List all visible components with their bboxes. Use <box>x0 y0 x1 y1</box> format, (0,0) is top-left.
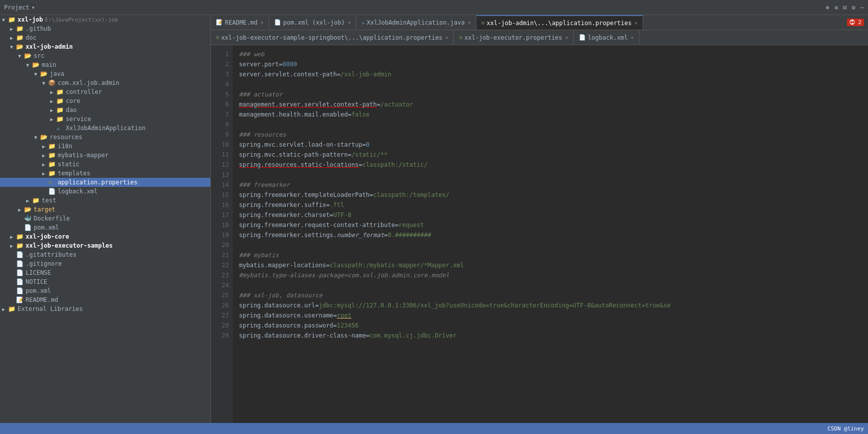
minimize-icon[interactable]: — <box>860 4 864 11</box>
sidebar-item-java[interactable]: ▼📂java <box>0 69 210 78</box>
sidebar-item-XxlJobAdminApplication[interactable]: ☕XxlJobAdminApplication <box>0 124 210 133</box>
tree-arrow: ▶ <box>2 306 8 312</box>
list-icon[interactable]: ≡ <box>834 4 838 11</box>
line-number: 23 <box>211 270 233 280</box>
tree-arrow: ▶ <box>10 234 16 240</box>
tree-item-icon: 📁 <box>48 152 56 159</box>
tree-item-icon: 📄 <box>16 251 24 258</box>
sidebar-item-xxl-job-executor-samples[interactable]: ▶📁xxl-job-executor-samples <box>0 241 210 250</box>
sidebar-item-logback.xml[interactable]: 📄logback.xml <box>0 187 210 196</box>
sidebar-item-test[interactable]: ▶📁test <box>0 196 210 205</box>
sidebar-item-dao[interactable]: ▶📁dao <box>0 105 210 115</box>
tab-close[interactable]: ✕ <box>635 20 638 26</box>
code-view[interactable]: 1234567891011121314151617181920212223242… <box>211 45 868 423</box>
tree-item-label: doc <box>26 34 37 41</box>
tab-close[interactable]: ✕ <box>445 35 448 40</box>
code-line: spring.freemarker.charset=UTF-8 <box>239 210 862 220</box>
code-key: spring.datasource.password= <box>239 322 337 329</box>
sidebar-item-xxl-job-admin[interactable]: ▼📂xxl-job-admin <box>0 42 210 51</box>
tab-xxl_job_admin_____application_properties[interactable]: ⚙xxl-job-admin\...\application.propertie… <box>476 15 644 30</box>
collapse-icon[interactable]: ⊟ <box>843 4 846 11</box>
tree-arrow: ▶ <box>10 35 16 41</box>
tab-logback_xml[interactable]: 📄logback.xml✕ <box>574 30 640 45</box>
line-number: 8 <box>211 120 233 130</box>
tab-close[interactable]: ✕ <box>631 35 634 40</box>
code-line: spring.datasource.url=jdbc:mysql://127.0… <box>239 300 862 310</box>
sidebar-item-xxl-job[interactable]: ▼📁xxl-jobE:\JavaProject\xxl-job <box>0 15 210 24</box>
tab-xxl_job_executor_sample_springboot_____application_properties[interactable]: ⚙xxl-job-executor-sample-springboot\...\… <box>211 30 454 45</box>
code-key: spring.freemarker.charset= <box>239 211 333 219</box>
project-dropdown-icon[interactable]: ▾ <box>32 4 35 11</box>
sidebar-item-xxl-job-core[interactable]: ▶📁xxl-job-core <box>0 232 210 241</box>
sidebar-item-controller[interactable]: ▶📁controller <box>0 87 210 96</box>
settings-icon[interactable]: ⚙ <box>852 4 855 11</box>
line-number: 10 <box>211 140 233 150</box>
tree-item-icon: 📁 <box>56 116 64 123</box>
tree-item-icon: 📄 <box>16 260 24 267</box>
code-key: spring.freemarker.settings. <box>239 232 337 239</box>
sidebar-item-NOTICE[interactable]: 📄NOTICE <box>0 277 210 286</box>
tree-item-label: logback.xml <box>58 188 97 195</box>
tab-XxlJobAdminApplication_java[interactable]: ☕XxlJobAdminApplication.java✕ <box>356 15 476 30</box>
code-value: 0 <box>366 141 369 148</box>
code-line: spring.datasource.username=root <box>239 310 862 320</box>
tree-item-label: test <box>42 197 56 204</box>
code-line: spring.resources.static-locations=classp… <box>239 160 862 170</box>
tree-item-icon: 📂 <box>16 43 24 50</box>
line-number: 13 <box>211 170 233 180</box>
tab-pom_xml__xxl_job_[interactable]: 📄pom.xml (xxl-job)✕ <box>269 15 356 30</box>
tree-arrow: ▼ <box>34 135 40 140</box>
sidebar-item-resources[interactable]: ▼📂resources <box>0 133 210 142</box>
code-line: server.servlet.context-path=/xxl-job-adm… <box>239 69 862 79</box>
code-key: spring.freemarker.templateLoaderPath= <box>239 191 373 198</box>
line-number: 5 <box>211 89 233 99</box>
add-icon[interactable]: ⊕ <box>826 4 829 11</box>
sidebar-item-target[interactable]: ▶📂target <box>0 205 210 214</box>
tree-item-icon: 📁 <box>56 106 64 114</box>
tab-close[interactable]: ✕ <box>261 20 264 25</box>
sidebar-item-Dockerfile[interactable]: 🐳Dockerfile <box>0 214 210 223</box>
sidebar-item-External Libraries[interactable]: ▶📁External Libraries <box>0 304 210 313</box>
sidebar-item-pom.xml-admin[interactable]: 📄pom.xml <box>0 223 210 232</box>
project-sidebar: ▼📁xxl-jobE:\JavaProject\xxl-job▶📁.github… <box>0 15 211 423</box>
sidebar-item-main[interactable]: ▼📂main <box>0 60 210 69</box>
code-line <box>239 120 862 130</box>
tab-close[interactable]: ✕ <box>565 35 568 40</box>
sidebar-item-application.properties[interactable]: ⚙application.properties <box>0 178 210 187</box>
sidebar-item-pom.xml-root[interactable]: 📄pom.xml <box>0 286 210 295</box>
sidebar-item-com.xxl.job.admin[interactable]: ▼📦com.xxl.job.admin <box>0 78 210 87</box>
code-line: spring.datasource.password=123456 <box>239 320 862 331</box>
sidebar-item-static[interactable]: ▶📁static <box>0 160 210 169</box>
sidebar-item-LICENSE[interactable]: 📄LICENSE <box>0 268 210 277</box>
code-line: #mybatis.type-aliases-package=com.xxl.jo… <box>239 270 862 280</box>
tab-close[interactable]: ✕ <box>348 20 351 25</box>
sidebar-item-templates[interactable]: ▶📁templates <box>0 169 210 178</box>
line-number: 12 <box>211 160 233 170</box>
tab-close[interactable]: ✕ <box>468 20 471 25</box>
sidebar-item-service[interactable]: ▶📁service <box>0 115 210 124</box>
sidebar-item-README.md[interactable]: 📝README.md <box>0 295 210 304</box>
sidebar-item-github[interactable]: ▶📁.github <box>0 24 210 33</box>
code-key: spring.datasource.username= <box>239 312 337 319</box>
code-line: management.health.mail.enabled=false <box>239 110 862 120</box>
tab-README_md[interactable]: 📝README.md✕ <box>211 15 269 30</box>
code-value: 123456 <box>337 322 358 329</box>
tree-arrow: ▶ <box>50 98 56 104</box>
tab-label: logback.xml <box>588 34 628 41</box>
sidebar-item-core[interactable]: ▶📁core <box>0 96 210 105</box>
code-line: spring.mvc.servlet.load-on-startup=0 <box>239 140 862 150</box>
tree-item-icon: 📄 <box>16 278 24 285</box>
top-tab-bar: 📝README.md✕📄pom.xml (xxl-job)✕☕XxlJobAdm… <box>211 15 868 30</box>
code-value: 8080 <box>283 61 297 68</box>
sidebar-item-i18n[interactable]: ▶📁i18n <box>0 142 210 151</box>
tree-item-icon: 📁 <box>48 143 56 150</box>
code-line: ### actuator <box>239 89 862 99</box>
sidebar-item-src[interactable]: ▼📂src <box>0 51 210 60</box>
sidebar-item-mybatis-mapper[interactable]: ▶📁mybatis-mapper <box>0 151 210 160</box>
tree-item-icon: 📁 <box>16 242 24 249</box>
tab-xxl_job_executor_properties[interactable]: ⚙xxl-job-executor.properties✕ <box>454 30 574 45</box>
sidebar-item-.gitignore[interactable]: 📄.gitignore <box>0 259 210 268</box>
code-line: spring.freemarker.request-context-attrib… <box>239 220 862 230</box>
sidebar-item-doc[interactable]: ▶📁doc <box>0 33 210 42</box>
sidebar-item-.gitattributes[interactable]: 📄.gitattributes <box>0 250 210 259</box>
